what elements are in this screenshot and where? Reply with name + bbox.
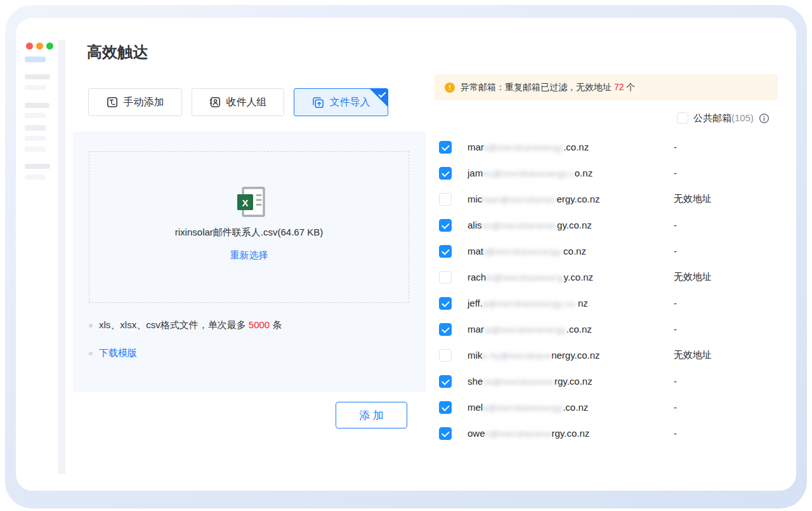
row-status: 无效地址 xyxy=(674,349,712,361)
file-upload-panel: X rixinsolar邮件联系人.csv(64.67 KB) 重新选择 xls… xyxy=(73,131,426,392)
sidebar-item[interactable] xyxy=(25,147,46,152)
email-address: jeff.p@meridianenergy.co.nz xyxy=(468,298,588,309)
row-checkbox[interactable] xyxy=(439,219,452,232)
row-status: - xyxy=(674,376,677,387)
close-window-icon[interactable] xyxy=(26,43,33,50)
row-checkbox[interactable] xyxy=(439,427,452,440)
row-status: - xyxy=(674,220,677,230)
sidebar-item[interactable] xyxy=(25,103,49,108)
row-status: - xyxy=(674,168,677,178)
table-row: mela@meridianenergy.co.nz - xyxy=(435,394,778,420)
add-button[interactable]: 添 加 xyxy=(336,402,407,428)
row-status: 无效地址 xyxy=(674,193,712,205)
email-address: mike.hy@meridianenergy.co.nz xyxy=(468,350,600,361)
max-count-value: 5000 xyxy=(249,319,270,330)
email-address: sheila@meridianenergy.co.nz xyxy=(468,376,593,387)
page-title: 高效触达 xyxy=(87,43,148,61)
row-checkbox[interactable] xyxy=(439,375,452,388)
tab-label: 文件导入 xyxy=(330,96,370,109)
email-list: mark@meridianenergy.co.nz - james@meridi… xyxy=(435,134,778,446)
table-row: alison@meridianenergy.co.nz - xyxy=(435,212,778,238)
public-mailbox-checkbox[interactable] xyxy=(677,112,688,124)
masked-email-part: a@meridianenergy xyxy=(483,403,563,413)
tab-manual-add[interactable]: 手动添加 xyxy=(88,88,182,116)
sidebar-item-active[interactable] xyxy=(25,56,46,62)
email-address: james@meridianenergy.co.nz xyxy=(468,168,593,178)
format-note: xls、xlsx、csv格式文件，单次最多 5000 条 xyxy=(89,319,282,331)
sidebar-item[interactable] xyxy=(25,113,46,118)
masked-email-part: es@meridianenergy.c xyxy=(483,169,575,178)
screen: 高效触达 手动添加 收件人组 xyxy=(0,0,812,511)
row-checkbox[interactable] xyxy=(439,193,452,206)
excel-file-icon: X xyxy=(232,185,266,219)
masked-email-part: n@meridianene xyxy=(485,429,552,439)
row-checkbox[interactable] xyxy=(439,323,452,336)
abnormal-email-banner: ! 异常邮箱：重复邮箱已过滤，无效地址 72 个 xyxy=(435,74,778,100)
row-status: - xyxy=(674,298,677,309)
row-checkbox[interactable] xyxy=(439,271,452,284)
email-address: owen@meridianenergy.co.nz xyxy=(468,428,589,439)
recipient-group-icon xyxy=(209,96,221,108)
email-address: michael@meridianenergy.co.nz xyxy=(468,194,600,204)
uploaded-file-name: rixinsolar邮件联系人.csv(64.67 KB) xyxy=(175,227,323,239)
tab-label: 手动添加 xyxy=(124,96,164,109)
row-checkbox[interactable] xyxy=(439,141,452,154)
table-row: james@meridianenergy.co.nz - xyxy=(435,160,778,186)
masked-email-part: k@meridianenergy xyxy=(484,143,563,152)
row-checkbox[interactable] xyxy=(439,349,452,362)
download-template-link[interactable]: 下载模版 xyxy=(99,347,137,359)
file-dropzone[interactable]: X rixinsolar邮件联系人.csv(64.67 KB) 重新选择 xyxy=(89,151,409,303)
svg-text:X: X xyxy=(242,197,248,208)
masked-email-part: ia@meridianenergy xyxy=(484,325,566,335)
format-note-text: xls、xlsx、csv格式文件，单次最多 5000 条 xyxy=(99,319,282,331)
tab-recipient-group[interactable]: 收件人组 xyxy=(192,88,284,116)
sidebar-item[interactable] xyxy=(25,125,46,131)
info-icon[interactable] xyxy=(759,113,769,124)
row-status: - xyxy=(674,324,677,335)
masked-email-part: p@meridianenergy.co. xyxy=(483,299,578,309)
sidebar-divider xyxy=(58,40,65,474)
email-address: mela@meridianenergy.co.nz xyxy=(468,402,588,413)
tab-label: 收件人组 xyxy=(226,96,267,109)
email-address: maria@meridianenergy.co.nz xyxy=(468,324,592,335)
masked-email-part: e.hy@meridiane xyxy=(482,351,551,361)
maximize-window-icon[interactable] xyxy=(46,43,53,50)
email-address: matt@meridianenergy.co.nz xyxy=(468,246,586,256)
row-checkbox[interactable] xyxy=(439,167,452,180)
sidebar-item[interactable] xyxy=(25,85,46,90)
window-controls xyxy=(26,43,53,50)
sidebar-item[interactable] xyxy=(25,136,46,141)
masked-email-part: hael@meridianen xyxy=(482,195,556,204)
minimize-window-icon[interactable] xyxy=(36,43,43,50)
add-method-tabs: 手动添加 收件人组 文件导入 xyxy=(88,88,388,116)
row-status: - xyxy=(674,428,677,439)
row-status: 无效地址 xyxy=(674,271,712,283)
sidebar-item[interactable] xyxy=(25,175,46,180)
row-status: - xyxy=(674,246,677,256)
table-row: mark@meridianenergy.co.nz - xyxy=(435,134,778,160)
sidebar-item[interactable] xyxy=(25,74,50,79)
app-window: 高效触达 手动添加 收件人组 xyxy=(16,18,796,491)
masked-email-part: t@meridianenergy. xyxy=(483,247,563,256)
banner-text: 异常邮箱：重复邮箱已过滤，无效地址 72 个 xyxy=(461,82,635,93)
tab-file-import[interactable]: 文件导入 xyxy=(294,88,388,116)
public-mailbox-count: (105) xyxy=(731,112,754,123)
selected-check-icon xyxy=(370,89,388,107)
reselect-file-link[interactable]: 重新选择 xyxy=(230,249,268,262)
sidebar-item[interactable] xyxy=(25,164,50,169)
table-row: maria@meridianenergy.co.nz - xyxy=(435,316,778,342)
table-row: jeff.p@meridianenergy.co.nz - xyxy=(435,290,778,316)
table-row: mike.hy@meridianenergy.co.nz 无效地址 xyxy=(435,342,778,368)
masked-email-part: on@meridianener xyxy=(482,221,558,230)
row-status: - xyxy=(674,142,677,152)
public-mailbox-label: 公共邮箱(105) xyxy=(693,112,754,124)
row-checkbox[interactable] xyxy=(439,245,452,258)
list-header: 公共邮箱(105) xyxy=(435,110,778,126)
table-row: owen@meridianenergy.co.nz - xyxy=(435,420,778,446)
email-address: mark@meridianenergy.co.nz xyxy=(468,142,589,152)
row-checkbox[interactable] xyxy=(439,297,452,310)
row-checkbox[interactable] xyxy=(439,401,452,414)
bullet-icon xyxy=(89,352,93,355)
table-row: sheila@meridianenergy.co.nz - xyxy=(435,368,778,394)
warning-icon: ! xyxy=(445,83,455,93)
